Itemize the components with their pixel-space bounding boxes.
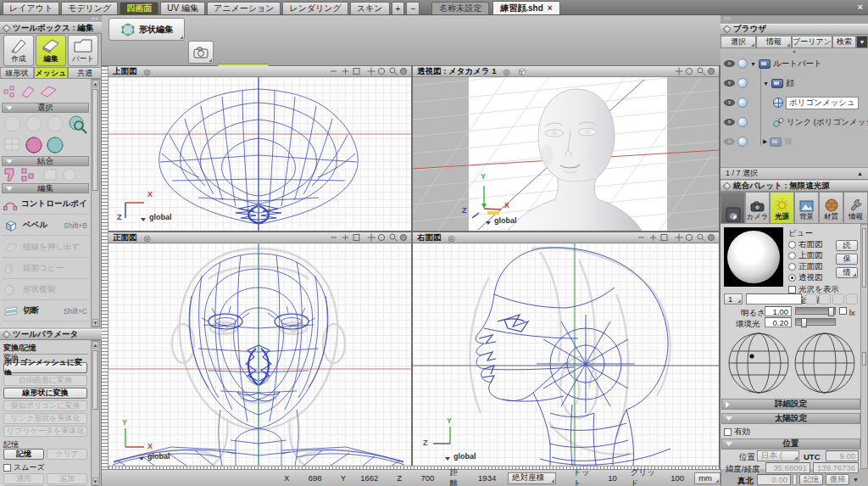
radio-front-view[interactable]: 正面図 xyxy=(788,261,823,272)
viewport-side-titlebar[interactable]: 右面図 ◎ xyxy=(413,232,719,243)
clear-button[interactable]: クリア xyxy=(47,449,87,460)
toolbox-tab-edit[interactable]: 編集 xyxy=(36,35,66,66)
coord-space-label[interactable]: global xyxy=(147,452,170,461)
north-field[interactable]: 0.00 xyxy=(757,474,791,485)
browser-expand[interactable]: >> xyxy=(721,15,868,24)
tool-item-mirror-copy[interactable]: 鏡面コピー xyxy=(2,259,89,279)
tab-rendering[interactable]: レンダリング xyxy=(282,2,348,14)
palette-tab-info[interactable]: 情報 xyxy=(843,192,868,224)
position-bar[interactable]: 位置 xyxy=(721,439,860,450)
scroll-up-icon[interactable]: ▲ xyxy=(92,80,98,87)
scrollbar-grip[interactable] xyxy=(862,352,866,366)
tree-row-polymesh[interactable]: ポリゴンメッシュ xyxy=(721,93,868,112)
toolbox-scrollbar[interactable]: ▲ ▼ xyxy=(91,79,100,327)
tree-label-selected[interactable]: ポリゴンメッシュ xyxy=(786,97,859,109)
camera-target-icon[interactable]: ◎ xyxy=(448,233,455,243)
camera-target-icon[interactable]: ◎ xyxy=(144,233,151,243)
render-toggle-icon[interactable] xyxy=(737,59,748,69)
tool-item-extrude-edge[interactable]: 稜線を押し出す xyxy=(2,237,89,258)
read-button[interactable]: 読 xyxy=(836,240,858,251)
north-mini-slider[interactable] xyxy=(793,474,797,485)
palette-scroll-down-icon[interactable]: ▼ xyxy=(853,477,859,483)
tree-row-link[interactable]: リンク (ポリゴンメッシ xyxy=(721,113,868,131)
scroll-down-icon[interactable]: ▼ xyxy=(92,319,98,327)
palette-header[interactable]: 統合パレット : 無限遠光源 xyxy=(721,181,868,192)
viewport-nav-icons[interactable] xyxy=(329,67,407,75)
subtab-line[interactable]: 線形状 xyxy=(0,67,34,79)
utc-field[interactable]: 9.00 xyxy=(826,450,859,461)
list-del-button[interactable] xyxy=(832,293,844,304)
sun-enabled-check[interactable]: 有効 xyxy=(724,427,750,438)
add-button[interactable]: 追加 xyxy=(47,473,87,484)
viewport-front-controls[interactable] xyxy=(329,233,407,242)
coord-space-label[interactable]: global xyxy=(494,216,517,225)
viewport-persp-titlebar[interactable]: 透視図 : メタカメラ 1 ◎ xyxy=(413,66,719,77)
light-name-input[interactable] xyxy=(746,293,802,304)
viewport-splitter-vertical[interactable] xyxy=(411,66,413,466)
add-workspace-button[interactable]: + xyxy=(392,2,405,14)
panel-collapse-icon[interactable]: ▲ xyxy=(857,170,863,176)
join-tool-icons[interactable] xyxy=(3,167,88,182)
viewport-nav-icons[interactable] xyxy=(672,67,715,75)
position-restore-button[interactable]: 復帰 xyxy=(826,474,849,485)
subtab-common[interactable]: 共通 xyxy=(68,67,102,79)
convert-to-lineshape-button[interactable]: 線形状に変換 xyxy=(3,388,87,399)
palette-tab-material[interactable]: 材質 xyxy=(819,192,843,224)
visibility-eye-icon[interactable] xyxy=(724,138,735,145)
info-button[interactable]: 情 xyxy=(836,267,858,278)
viewport-top-controls[interactable] xyxy=(329,67,407,75)
viewport-persp-controls[interactable] xyxy=(672,67,715,75)
apply-button[interactable]: 適用 xyxy=(3,473,44,484)
viewport-top-titlebar[interactable]: 上面図 ◎ xyxy=(108,66,411,77)
radio-persp-view[interactable]: 透視図 xyxy=(788,272,823,283)
browser-tab-more[interactable]: ▼ xyxy=(856,36,868,48)
mesh-edit-icons[interactable] xyxy=(3,83,75,100)
brightness-slider[interactable] xyxy=(795,307,836,315)
global-dropdown-icon[interactable] xyxy=(486,221,491,225)
browser-header[interactable]: ブラウザ xyxy=(721,24,868,35)
tab-animation[interactable]: アニメーション xyxy=(207,2,281,14)
tool-item-duplicate[interactable]: 形状複製 xyxy=(2,280,89,300)
latitude-field[interactable]: 35.68091 xyxy=(765,462,810,473)
light-index-dropdown[interactable]: 1 xyxy=(724,293,743,304)
convert-to-freesurface-button[interactable]: 自由曲面に変換 xyxy=(3,375,87,386)
save-button[interactable]: 保 xyxy=(836,254,858,265)
smooth-checkbox[interactable] xyxy=(3,464,11,472)
palette-tab-camera[interactable]: カメラ xyxy=(745,192,770,224)
brightness-field[interactable]: 1.00 xyxy=(765,306,792,316)
doc-tab-active[interactable]: 練習顔.shd × xyxy=(492,1,559,14)
browser-tab-info[interactable]: 情報 xyxy=(756,36,792,48)
viewport-persp[interactable]: 透視図 : メタカメラ 1 ◎ xyxy=(413,66,719,231)
shape-edit-button[interactable]: 形状編集 xyxy=(108,18,185,41)
global-dropdown-icon[interactable] xyxy=(445,457,450,461)
palette-tab-light[interactable]: 光源 xyxy=(770,192,794,224)
viewport-splitter-horizontal[interactable] xyxy=(108,231,721,232)
radio-right-view[interactable]: 右面図 xyxy=(788,239,823,250)
tab-modeling[interactable]: モデリング xyxy=(61,2,118,14)
render-toggle-icon[interactable] xyxy=(737,78,748,88)
ambient-slider[interactable] xyxy=(795,318,836,326)
palette-tab-scene[interactable] xyxy=(721,192,745,224)
radio-top-view[interactable]: 上面図 xyxy=(788,250,823,261)
tab-four-view[interactable]: 四画面 xyxy=(120,2,159,14)
viewport-front-canvas[interactable]: Y X global xyxy=(108,243,411,466)
section-join[interactable]: 結合 xyxy=(2,156,89,166)
coord-space-label[interactable]: global xyxy=(453,452,476,461)
ambient-field[interactable]: 0.20 xyxy=(765,317,792,327)
smooth-check-row[interactable]: スムーズ xyxy=(3,462,45,473)
viewport-front[interactable]: 正面図 ◎ xyxy=(108,232,411,466)
tool-item-bevel[interactable]: ベベル Shift+B xyxy=(2,215,89,236)
tool-item-cut[interactable]: 切断 Shift+C xyxy=(2,301,89,321)
browser-tab-select[interactable]: 選択 xyxy=(721,36,756,48)
tab-uv-edit[interactable]: UV 編集 xyxy=(160,2,205,14)
camera-target-icon[interactable]: ◎ xyxy=(503,67,509,76)
render-toggle-icon[interactable] xyxy=(737,117,748,127)
tree-row-rootpart[interactable]: ▼ ルートパート xyxy=(721,54,868,73)
expand-arrow-icon[interactable]: ▼ xyxy=(763,81,769,87)
toolbox-header[interactable]: ツールボックス : 編集 xyxy=(0,22,102,34)
expand-arrow-icon[interactable]: ▶ xyxy=(763,138,767,145)
light-direction-globes[interactable] xyxy=(725,331,859,395)
list-add-button[interactable] xyxy=(805,293,817,304)
section-select[interactable]: 選択 xyxy=(2,103,89,113)
tree-row-eye[interactable]: ▶ 目 xyxy=(721,132,868,151)
